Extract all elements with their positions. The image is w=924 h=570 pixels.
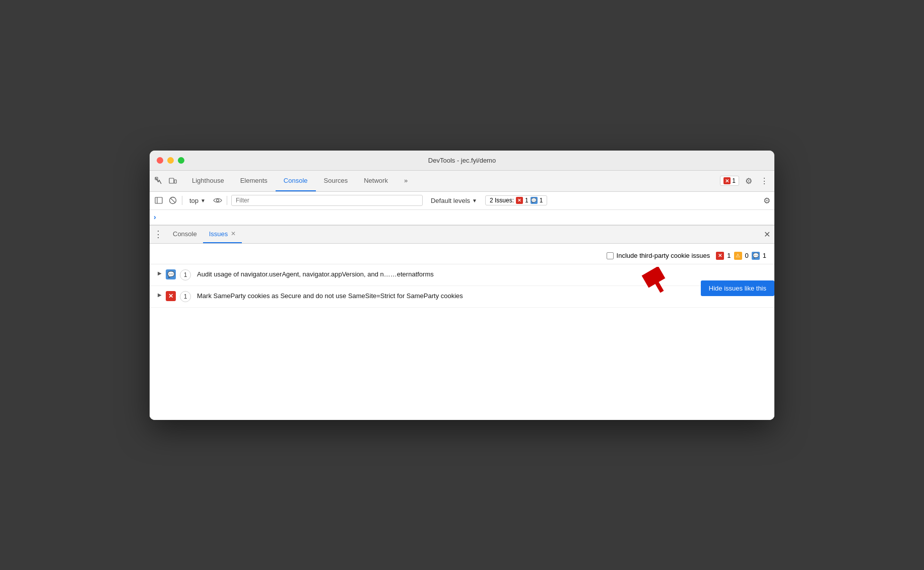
issues-count-badges: ✕ 1 ⚠ 0 💬 1	[716, 252, 766, 260]
dropdown-chevron-icon: ▼	[201, 198, 206, 203]
tab-lighthouse[interactable]: Lighthouse	[184, 170, 232, 191]
tab-bar-icons	[154, 176, 178, 186]
issues-content: Include third-party cookie issues ✕ 1 ⚠ …	[150, 244, 774, 420]
tab-console-lower[interactable]: Console	[167, 225, 203, 243]
title-bar: DevTools - jec.fyi/demo	[150, 151, 774, 171]
issue-2-count-badge: 1	[180, 291, 191, 302]
console-prompt-row: ›	[150, 210, 774, 225]
top-context-dropdown[interactable]: top ▼	[186, 196, 209, 205]
svg-rect-1	[169, 178, 174, 183]
issue-row-1[interactable]: ▶ 💬 1 Audit usage of navigator.userAgent…	[150, 264, 774, 286]
issue-1-expand-icon[interactable]: ▶	[158, 270, 162, 276]
count-msg: 1	[763, 252, 766, 259]
window-title: DevTools - jec.fyi/demo	[428, 157, 496, 164]
issues-header: Include third-party cookie issues ✕ 1 ⚠ …	[150, 248, 774, 264]
include-cookie-checkbox[interactable]	[607, 252, 614, 259]
minimize-button[interactable]	[167, 157, 174, 164]
tab-issues-close[interactable]: ✕	[231, 230, 236, 237]
lower-panel: ⋮ Console Issues ✕ ✕ Include third-party…	[150, 225, 774, 420]
tab-elements[interactable]: Elements	[232, 170, 276, 191]
close-button[interactable]	[157, 157, 163, 164]
settings-gear-icon[interactable]: ⚙	[743, 174, 754, 188]
device-toggle-icon[interactable]	[168, 176, 178, 186]
sidebar-toggle-icon[interactable]	[154, 195, 164, 205]
badge-msg-icon: 💬	[752, 252, 760, 260]
error-count: 1	[732, 177, 736, 184]
console-settings-icon[interactable]: ⚙	[763, 196, 770, 205]
include-cookie-row[interactable]: Include third-party cookie issues	[607, 252, 710, 259]
console-toolbar: top ▼ Default levels ▼ 2 Issues: ✕ 1 💬	[150, 192, 774, 210]
tab-bar-right: ✕ 1 ⚙ ⋮	[720, 174, 770, 188]
issues-x-icon: ✕	[516, 197, 523, 204]
tab-more[interactable]: »	[396, 170, 416, 191]
tab-network[interactable]: Network	[356, 170, 396, 191]
tab-sources[interactable]: Sources	[316, 170, 356, 191]
issue-1-type-icon: 💬	[166, 269, 176, 279]
svg-line-6	[170, 198, 175, 202]
issue-row-2[interactable]: ▶ ✕ 1 Mark SameParty cookies as Secure a…	[150, 286, 774, 308]
hide-issues-tooltip[interactable]: Hide issues like this	[701, 280, 774, 296]
lower-panel-close-icon[interactable]: ✕	[764, 230, 770, 239]
window-controls	[157, 157, 184, 164]
issue-1-count-badge: 1	[180, 269, 191, 280]
separator2	[227, 196, 227, 205]
error-x-icon: ✕	[723, 177, 731, 184]
count-warn: 0	[745, 252, 749, 259]
lower-tab-bar: ⋮ Console Issues ✕ ✕	[150, 226, 774, 244]
tab-issues[interactable]: Issues ✕	[203, 225, 242, 243]
tab-console[interactable]: Console	[276, 170, 316, 191]
svg-rect-3	[155, 197, 162, 203]
filter-input[interactable]	[231, 195, 423, 206]
lower-tab-menu-icon[interactable]: ⋮	[154, 230, 163, 239]
eye-icon[interactable]	[213, 195, 223, 205]
issue-1-text: Audit usage of navigator.userAgent, navi…	[197, 269, 766, 279]
inspect-icon[interactable]	[154, 176, 164, 186]
top-tab-bar: Lighthouse Elements Console Sources Netw…	[150, 171, 774, 192]
issue-2-text: Mark SameParty cookies as Secure and do …	[197, 291, 766, 301]
badge-warn-icon: ⚠	[734, 252, 742, 260]
default-levels-dropdown[interactable]: Default levels ▼	[431, 197, 477, 204]
count-x: 1	[727, 252, 731, 259]
maximize-button[interactable]	[178, 157, 184, 164]
more-options-icon[interactable]: ⋮	[758, 174, 770, 188]
issues-badge[interactable]: 2 Issues: ✕ 1 💬 1	[485, 195, 547, 205]
issue-2-type-icon: ✕	[166, 291, 176, 301]
separator	[182, 196, 182, 205]
devtools-window: DevTools - jec.fyi/demo	[150, 151, 774, 420]
badge-x-icon: ✕	[716, 252, 724, 260]
issues-msg-icon: 💬	[531, 197, 538, 204]
prompt-arrow-icon: ›	[154, 213, 156, 221]
levels-chevron-icon: ▼	[472, 198, 477, 203]
svg-rect-2	[174, 180, 176, 183]
error-count-badge[interactable]: ✕ 1	[720, 176, 739, 186]
issue-2-expand-icon[interactable]: ▶	[158, 292, 162, 298]
devtools-body: Lighthouse Elements Console Sources Netw…	[150, 171, 774, 420]
block-icon[interactable]	[168, 195, 178, 205]
svg-point-7	[216, 199, 219, 202]
include-cookie-label: Include third-party cookie issues	[617, 252, 710, 259]
